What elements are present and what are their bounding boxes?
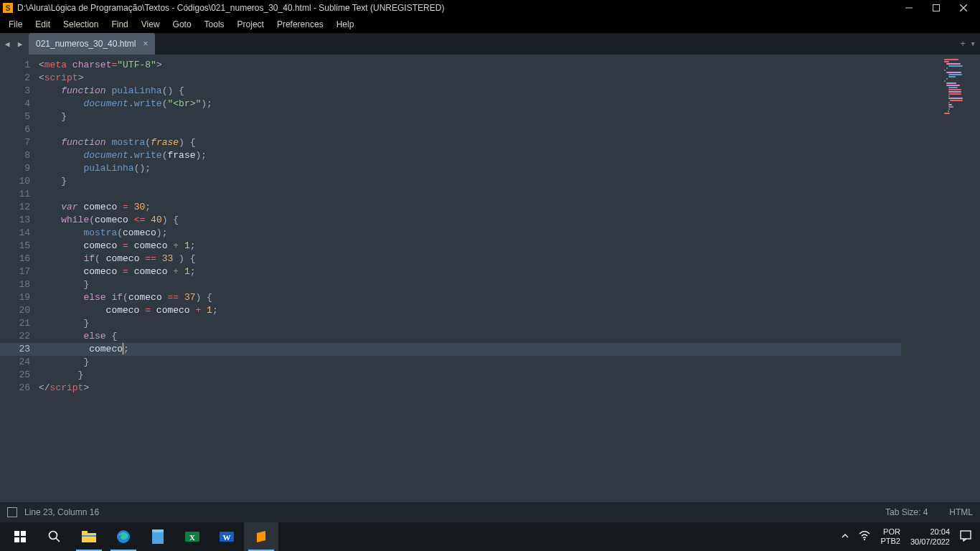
- menu-goto[interactable]: Goto: [167, 16, 197, 33]
- notepad-icon[interactable]: [141, 522, 175, 551]
- code-line[interactable]: [39, 123, 901, 136]
- start-button[interactable]: [3, 522, 37, 551]
- minimize-button[interactable]: [895, 0, 923, 16]
- line-number: 13: [0, 214, 30, 227]
- code-line[interactable]: var comeco = 30;: [39, 201, 901, 214]
- svg-rect-15: [152, 529, 164, 532]
- line-number: 6: [0, 123, 30, 136]
- svg-point-8: [50, 532, 57, 540]
- line-number: 26: [0, 382, 30, 395]
- status-bar: Line 23, Column 16 Tab Size: 4 HTML: [0, 502, 980, 522]
- file-explorer-icon[interactable]: [72, 522, 106, 551]
- code-line[interactable]: <script>: [39, 72, 901, 85]
- menu-selection[interactable]: Selection: [57, 16, 104, 33]
- code-line[interactable]: </script>: [39, 382, 901, 395]
- code-line[interactable]: }: [39, 317, 901, 330]
- line-number: 14: [0, 227, 30, 240]
- code-line[interactable]: function pulaLinha() {: [39, 85, 901, 98]
- search-button[interactable]: [37, 522, 72, 551]
- code-line[interactable]: else {: [39, 330, 901, 343]
- code-line[interactable]: <meta charset="UTF-8">: [39, 59, 901, 72]
- svg-rect-21: [961, 531, 971, 539]
- line-number: 3: [0, 85, 30, 98]
- line-number: 11: [0, 188, 30, 201]
- tab-close-icon[interactable]: ×: [143, 39, 148, 49]
- excel-icon[interactable]: X: [175, 522, 209, 551]
- new-tab-button[interactable]: +: [960, 39, 966, 50]
- line-number: 24: [0, 356, 30, 369]
- code-line[interactable]: if( comeco == 33 ) {: [39, 253, 901, 265]
- code-line[interactable]: document.write("<br>");: [39, 98, 901, 110]
- language-indicator[interactable]: POR PTB2: [880, 527, 900, 546]
- menu-view[interactable]: View: [136, 16, 166, 33]
- notifications-icon[interactable]: [960, 530, 971, 543]
- line-number: 15: [0, 240, 30, 253]
- code-line[interactable]: }: [39, 110, 901, 123]
- line-number: 22: [0, 330, 30, 343]
- maximize-button[interactable]: [923, 0, 950, 16]
- svg-rect-5: [21, 531, 26, 536]
- tab-spacer: [156, 33, 956, 55]
- tab-active[interactable]: 021_numeros_30_40.html ×: [29, 33, 155, 55]
- code-line[interactable]: while(comeco <= 40) {: [39, 214, 901, 227]
- code-line[interactable]: }: [39, 369, 901, 382]
- wifi-icon[interactable]: [859, 531, 870, 542]
- code-line[interactable]: function mostra(frase) {: [39, 136, 901, 149]
- line-number: 9: [0, 162, 30, 175]
- line-number: 10: [0, 175, 30, 188]
- code-line[interactable]: else if(comeco == 37) {: [39, 291, 901, 304]
- menu-tools[interactable]: Tools: [199, 16, 230, 33]
- code-line[interactable]: document.write(frase);: [39, 149, 901, 162]
- nav-back-button[interactable]: ◀: [1, 38, 13, 50]
- editor-area: 1234567891011121314151617181920212223242…: [0, 55, 980, 502]
- line-number: 18: [0, 278, 30, 291]
- line-number-gutter: 1234567891011121314151617181920212223242…: [0, 55, 39, 502]
- titlebar: S D:\Alura\Lógica de Programação\Textos …: [0, 0, 980, 16]
- code-area[interactable]: <meta charset="UTF-8"><script> function …: [39, 55, 901, 502]
- minimap[interactable]: [901, 55, 980, 502]
- svg-rect-14: [152, 531, 164, 544]
- app-logo-icon: S: [3, 3, 13, 13]
- line-number: 2: [0, 72, 30, 85]
- line-number: 20: [0, 304, 30, 317]
- svg-rect-1: [933, 5, 940, 11]
- tab-menu-button[interactable]: ▾: [970, 38, 976, 50]
- menu-help[interactable]: Help: [331, 16, 360, 33]
- line-number: 1: [0, 59, 30, 72]
- window-title: D:\Alura\Lógica de Programação\Textos - …: [17, 3, 895, 13]
- code-line[interactable]: comeco = comeco + 1;: [39, 304, 901, 317]
- code-line[interactable]: comeco = comeco + 1;: [39, 240, 901, 253]
- code-line[interactable]: [39, 188, 901, 201]
- tab-size-selector[interactable]: Tab Size: 4: [885, 507, 928, 517]
- line-number: 8: [0, 149, 30, 162]
- line-number: 19: [0, 291, 30, 304]
- windows-taskbar: X W POR PTB2 20:04 30/07/2022: [0, 522, 980, 551]
- menu-project[interactable]: Project: [232, 16, 270, 33]
- clock[interactable]: 20:04 30/07/2022: [910, 527, 950, 547]
- menu-file[interactable]: File: [3, 16, 28, 33]
- code-line[interactable]: }: [39, 356, 901, 369]
- svg-rect-6: [14, 537, 19, 542]
- sublime-text-icon[interactable]: [244, 522, 278, 551]
- code-line[interactable]: }: [39, 175, 901, 188]
- line-number: 21: [0, 317, 30, 330]
- svg-text:X: X: [189, 533, 195, 542]
- menu-find[interactable]: Find: [105, 16, 133, 33]
- code-line[interactable]: pulaLinha();: [39, 162, 901, 175]
- line-number: 4: [0, 98, 30, 110]
- code-line[interactable]: comeco = comeco + 1;: [39, 265, 901, 278]
- line-number: 17: [0, 265, 30, 278]
- nav-forward-button[interactable]: ▶: [14, 38, 26, 50]
- edge-browser-icon[interactable]: [106, 522, 141, 551]
- panel-switcher-icon[interactable]: [7, 507, 17, 517]
- svg-rect-11: [82, 531, 88, 534]
- syntax-selector[interactable]: HTML: [949, 507, 973, 517]
- menu-preferences[interactable]: Preferences: [271, 16, 329, 33]
- word-icon[interactable]: W: [209, 522, 244, 551]
- close-button[interactable]: [950, 0, 977, 16]
- tray-chevron-icon[interactable]: [842, 532, 849, 541]
- menu-edit[interactable]: Edit: [29, 16, 56, 33]
- code-line[interactable]: comeco;: [39, 343, 901, 356]
- code-line[interactable]: }: [39, 278, 901, 291]
- code-line[interactable]: mostra(comeco);: [39, 227, 901, 240]
